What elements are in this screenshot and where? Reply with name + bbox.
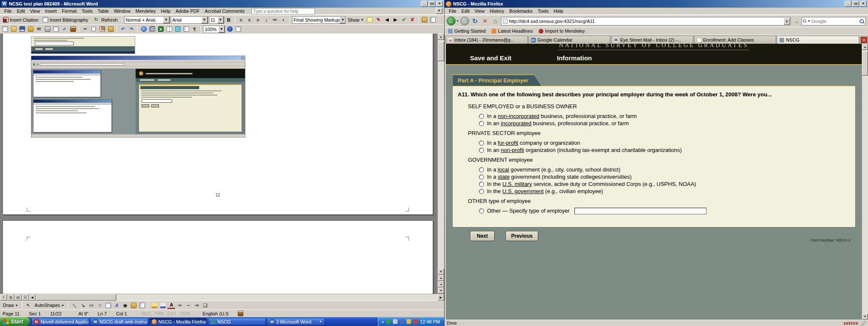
document-map-icon[interactable] [182,25,190,33]
style-combo-arrow[interactable]: ▼ [163,17,170,23]
insert-picture-icon[interactable] [138,302,146,309]
highlight-icon[interactable] [421,16,428,23]
font-size-combo[interactable]: 11▼ [209,16,224,24]
arrow-icon[interactable]: ↘ [79,302,86,309]
normal-view-button[interactable]: ≡ [0,294,7,301]
bulleted-list-icon[interactable]: • [280,16,287,23]
copy-icon[interactable] [90,25,97,33]
menu-mendeley[interactable]: Mendeley [133,8,159,14]
show-hide-paragraph-icon[interactable]: ¶ [191,25,198,33]
bookmark-latest-headlines[interactable]: Latest Headlines [492,28,533,34]
close-button[interactable]: × [860,1,867,7]
home-button[interactable]: ⌂ [491,17,500,25]
radio-button[interactable] [479,189,484,194]
tab-google-calendar[interactable]: 31Google Calendar [529,36,611,44]
web-layout-view-button[interactable]: ▥ [7,294,14,301]
radio-option-local-government[interactable]: In a local government (e.g., city, count… [479,166,851,173]
spelling-status-icon[interactable] [238,311,243,316]
search-input[interactable] [811,19,858,24]
align-left-icon[interactable]: ≡ [237,16,245,23]
show-menu-button[interactable]: Show▼ [346,16,365,24]
word-vertical-scrollbar[interactable]: ▲ ▼ ▲ ● ▼ [437,34,444,294]
minimize-button[interactable]: _ [845,1,851,7]
reviewing-pane-icon[interactable] [429,16,437,23]
menu-window[interactable]: Window [111,8,133,14]
scroll-thumb[interactable] [862,51,868,76]
radio-option-other-specify[interactable]: Other — Specify type of employer [479,207,851,214]
draw-menu-button[interactable]: Draw▼ [1,301,20,309]
rectangle-icon[interactable]: ▭ [87,302,95,309]
font-size-arrow[interactable]: ▼ [217,17,224,23]
fill-color-icon[interactable] [150,302,158,309]
radio-button[interactable] [479,141,484,146]
radio-option-for-profit[interactable]: In a for-profit company or organization [479,139,851,146]
permission-icon[interactable] [27,25,34,33]
radio-button[interactable] [479,182,484,187]
taskbar-button-novell[interactable]: NNovell-delivered Applica... [31,318,89,325]
back-history-dropdown[interactable]: ▼ [456,20,459,22]
font-color-icon[interactable]: A [167,302,175,309]
bold-button[interactable]: B [225,16,233,23]
insert-citation-button[interactable]: Insert Citation [1,16,40,24]
insert-bibliography-button[interactable]: Insert Bibliography [41,16,90,24]
save-icon[interactable] [18,25,26,33]
radio-button[interactable] [479,167,484,172]
scroll-up-arrow[interactable]: ▲ [438,34,444,40]
select-browse-object-button[interactable]: ● [438,281,444,287]
stop-button[interactable]: ✕ [481,17,490,25]
spelling-icon[interactable]: ✓ [61,25,68,33]
redo-icon[interactable]: ↷ [128,25,135,33]
radio-option-non-profit[interactable]: In an non-profit organization (including… [479,146,851,154]
radio-button[interactable] [479,174,484,180]
embedded-screenshot-fragment[interactable] [31,36,135,54]
autoshapes-menu-button[interactable]: AutoShapes▼ [33,301,66,309]
line-style-icon[interactable]: ═ [176,302,184,309]
address-bar[interactable]: ▼ [501,17,791,25]
taskbar-button-firefox[interactable]: NSCG - Mozilla Firefox [149,318,207,325]
line-icon[interactable]: ＼ [70,302,78,309]
scroll-track[interactable] [438,61,444,268]
dash-style-icon[interactable]: ╌ [184,302,192,309]
scroll-down-arrow[interactable]: ▼ [862,313,868,320]
menu-edit[interactable]: Edit [459,8,472,14]
radio-button[interactable] [479,208,484,214]
format-painter-icon[interactable] [107,25,114,33]
previous-button[interactable]: Previous [506,231,538,241]
tab-enrollment-add-classes[interactable]: Enrollment: Add Classes [694,36,776,44]
radio-button[interactable] [479,114,484,119]
scroll-down-arrow[interactable]: ▼ [438,268,444,275]
document-page-11[interactable]: 11 [3,34,433,215]
hyperlink-icon[interactable] [140,25,147,33]
url-history-dropdown[interactable]: ▼ [784,18,790,25]
font-combo-arrow[interactable]: ▼ [201,17,208,23]
read-mode-icon[interactable] [234,25,242,33]
close-document-button[interactable]: × [436,8,442,14]
menu-file[interactable]: File [2,8,14,14]
scroll-up-arrow[interactable]: ▲ [862,44,868,50]
restore-button[interactable]: ▭ [852,1,859,7]
oval-icon[interactable]: ○ [96,302,103,309]
align-center-icon[interactable]: ≡ [246,16,253,23]
markup-combo-arrow[interactable]: ▼ [339,17,345,23]
search-magnifier-icon[interactable] [859,18,865,24]
status-trk[interactable]: TRK [155,311,164,316]
document-pages[interactable]: 11 [0,34,437,294]
taskbar-button-word-doc[interactable]: WNSCG draft web instrum... [90,318,148,325]
clip-art-icon[interactable] [130,302,137,309]
tray-update-icon[interactable] [406,319,411,324]
zotero-logo[interactable]: zotero [843,320,858,326]
print-icon[interactable] [44,25,51,33]
accept-change-icon[interactable]: ✔ [400,16,408,23]
information-link[interactable]: Information [557,54,592,62]
radio-option-us-government[interactable]: In the U.S. government (e.g., civilian e… [479,188,851,195]
forward-button[interactable]: → [460,17,469,25]
text-box-icon[interactable] [104,302,112,309]
other-specify-input[interactable] [574,208,707,214]
new-document-icon[interactable] [1,25,9,33]
align-right-icon[interactable]: ≡ [254,16,262,23]
menu-format[interactable]: Format [59,8,79,14]
zoom-combo[interactable]: 100%▼ [203,25,225,33]
scroll-thumb[interactable] [438,42,444,61]
tab-nscg[interactable]: NSCG [777,36,859,44]
print-layout-view-button[interactable]: ▤ [14,294,22,301]
